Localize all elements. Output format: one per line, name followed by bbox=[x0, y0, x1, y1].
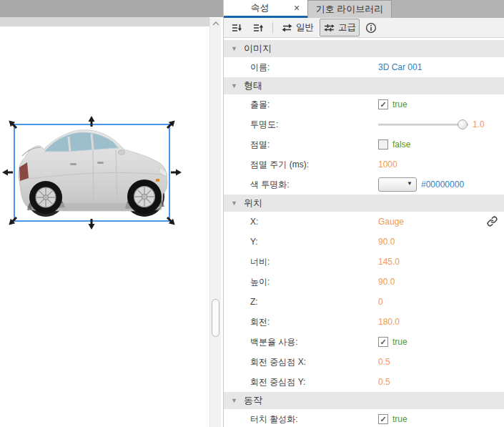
design-canvas[interactable] bbox=[0, 0, 223, 427]
property-label: 점멸: bbox=[250, 139, 270, 151]
property-label: 너비: bbox=[250, 256, 270, 268]
property-label: 높이: bbox=[250, 276, 270, 288]
canvas-content bbox=[0, 0, 223, 427]
property-row-height: 높이:90.0 bbox=[224, 272, 504, 292]
property-label: 회전 중심점 Y: bbox=[250, 376, 305, 388]
value-text[interactable]: 0 bbox=[378, 297, 383, 307]
property-row-z: Z:0 bbox=[224, 292, 504, 312]
chevron-up-icon bbox=[212, 21, 219, 26]
expand-rows-icon bbox=[252, 22, 265, 34]
advanced-properties-button[interactable]: 고급 bbox=[320, 19, 360, 36]
property-label: Z: bbox=[250, 297, 258, 307]
tab-properties[interactable]: 속성 × bbox=[224, 0, 307, 18]
tab-symbol-library[interactable]: 기호 라이브러리 bbox=[307, 0, 392, 18]
value-text[interactable]: 90.0 bbox=[378, 237, 395, 247]
value-text[interactable]: 3D Car 001 bbox=[378, 62, 422, 72]
tab-label: 기호 라이브러리 bbox=[316, 3, 384, 16]
property-row-width: 너비:145.0 bbox=[224, 252, 504, 272]
properties-list: ▼이미지이름:3D Car 001▼형태출몰:✓true투명도:1.0점멸:fa… bbox=[224, 38, 504, 427]
general-label: 일반 bbox=[296, 21, 314, 34]
general-properties-button[interactable]: 일반 bbox=[277, 19, 317, 36]
section-header[interactable]: ▼동작 bbox=[224, 392, 504, 409]
collapse-rows-button[interactable] bbox=[227, 19, 247, 36]
property-label: 이름: bbox=[250, 62, 270, 74]
property-row-rotation-center-y: 회전 중심점 Y:0.5 bbox=[224, 372, 504, 392]
value-text[interactable]: 0.5 bbox=[378, 377, 390, 387]
collapse-rows-icon bbox=[231, 22, 243, 34]
slider[interactable] bbox=[378, 119, 468, 130]
collapse-triangle-icon[interactable]: ▼ bbox=[231, 83, 237, 89]
panel-toolbar: 일반 고급 bbox=[224, 18, 504, 38]
property-label: 투명도: bbox=[250, 119, 278, 131]
property-row-color-transparency: 색 투명화:▼#00000000 bbox=[224, 175, 504, 195]
checkbox[interactable]: ✓ bbox=[378, 337, 388, 347]
checkbox[interactable] bbox=[378, 139, 388, 149]
property-row-rotation-center-x: 회전 중심점 X:0.5 bbox=[224, 352, 504, 372]
property-row-opacity: 투명도:1.0 bbox=[224, 114, 504, 134]
property-label: 색 투명화: bbox=[250, 179, 290, 191]
property-label: X: bbox=[250, 217, 258, 227]
collapse-triangle-icon[interactable]: ▼ bbox=[231, 46, 237, 52]
collapse-triangle-icon[interactable]: ▼ bbox=[231, 200, 237, 207]
car-image[interactable] bbox=[19, 130, 167, 217]
tab-label: 속성 bbox=[228, 1, 292, 14]
scrollbar-thumb[interactable] bbox=[212, 299, 219, 337]
section-title: 형태 bbox=[244, 79, 262, 92]
section-header[interactable]: ▼이미지 bbox=[224, 40, 504, 57]
section-header[interactable]: ▼위치 bbox=[224, 195, 504, 212]
checkbox[interactable]: ✓ bbox=[378, 99, 388, 109]
tab-bar: 속성 × 기호 라이브러리 bbox=[224, 0, 504, 18]
property-row-name: 이름:3D Car 001 bbox=[224, 57, 504, 77]
property-row-visible: 출몰:✓true bbox=[224, 94, 504, 114]
value-text[interactable]: 180.0 bbox=[378, 317, 400, 327]
color-dropdown[interactable]: ▼ bbox=[378, 177, 417, 192]
value-text[interactable]: 0.5 bbox=[378, 357, 390, 367]
value-text[interactable]: 145.0 bbox=[378, 257, 400, 267]
checkbox[interactable]: ✓ bbox=[378, 414, 388, 424]
property-label: 회전: bbox=[250, 316, 270, 328]
toolbar-separator bbox=[272, 22, 273, 34]
value-text[interactable]: 90.0 bbox=[378, 277, 395, 287]
canvas-vertical-scrollbar[interactable] bbox=[209, 18, 221, 427]
value-text: true bbox=[392, 99, 407, 109]
property-label: 회전 중심점 X: bbox=[250, 356, 306, 368]
link-icon[interactable] bbox=[487, 216, 498, 229]
general-filter-icon bbox=[281, 22, 293, 34]
property-label: 점멸 주기 (ms): bbox=[250, 159, 309, 171]
advanced-filter-icon bbox=[323, 22, 335, 34]
property-label: 터치 활성화: bbox=[250, 413, 298, 426]
value-text[interactable]: 1000 bbox=[378, 159, 397, 170]
advanced-label: 고급 bbox=[338, 21, 356, 34]
value-text: true bbox=[392, 414, 407, 424]
value-text[interactable]: #00000000 bbox=[421, 180, 464, 190]
section-header[interactable]: ▼형태 bbox=[224, 77, 504, 94]
application-window: 속성 × 기호 라이브러리 bbox=[0, 0, 504, 427]
expand-rows-button[interactable] bbox=[249, 19, 268, 36]
tab-bar-filler bbox=[392, 0, 504, 18]
property-label: 백분율 사용: bbox=[250, 336, 298, 348]
resize-handle-left[interactable] bbox=[2, 170, 13, 176]
scroll-up-button[interactable] bbox=[210, 18, 221, 29]
property-label: 출몰: bbox=[250, 99, 270, 111]
property-row-blink-period: 점멸 주기 (ms):1000 bbox=[224, 154, 504, 175]
value-text[interactable]: Gauge bbox=[378, 217, 404, 227]
info-button[interactable] bbox=[362, 19, 380, 36]
value-text: true bbox=[392, 337, 407, 347]
value-text: false bbox=[392, 139, 410, 149]
section-title: 위치 bbox=[244, 197, 262, 210]
slider-track bbox=[378, 124, 468, 126]
property-row-touch-enabled: 터치 활성화:✓true bbox=[224, 409, 504, 427]
property-row-rotation: 회전:180.0 bbox=[224, 312, 504, 332]
property-row-blink: 점멸:false bbox=[224, 134, 504, 154]
section-title: 동작 bbox=[244, 394, 262, 407]
property-row-use-percent: 백분율 사용:✓true bbox=[224, 332, 504, 352]
property-label: Y: bbox=[250, 237, 258, 247]
slider-thumb[interactable] bbox=[458, 119, 468, 129]
section-title: 이미지 bbox=[244, 42, 272, 55]
properties-panel: 속성 × 기호 라이브러리 bbox=[223, 0, 504, 427]
info-icon bbox=[365, 22, 377, 34]
resize-handle-right[interactable] bbox=[171, 170, 182, 176]
chevron-down-icon: ▼ bbox=[407, 181, 412, 187]
close-icon[interactable]: × bbox=[292, 2, 302, 14]
collapse-triangle-icon[interactable]: ▼ bbox=[231, 398, 237, 404]
